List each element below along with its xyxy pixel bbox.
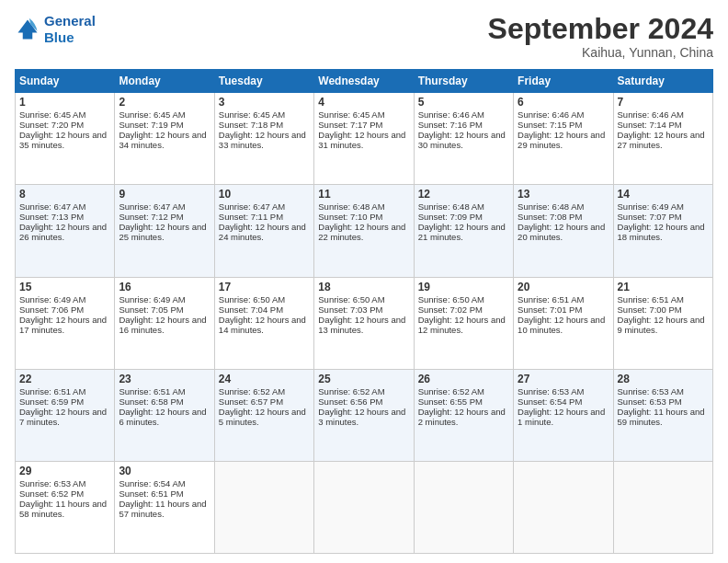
table-row: 12 Sunrise: 6:48 AM Sunset: 7:09 PM Dayl… bbox=[414, 185, 513, 277]
col-wednesday: Wednesday bbox=[314, 70, 414, 93]
sunset-label: Sunset: 7:15 PM bbox=[518, 120, 582, 130]
day-number: 9 bbox=[119, 188, 210, 201]
sunset-label: Sunset: 6:52 PM bbox=[19, 488, 84, 499]
empty-cell bbox=[414, 461, 513, 553]
sunrise-label: Sunrise: 6:51 AM bbox=[518, 294, 584, 304]
daylight-label: Daylight: 12 hours and 18 minutes. bbox=[618, 222, 705, 242]
day-number: 16 bbox=[119, 281, 210, 293]
day-number: 23 bbox=[119, 373, 210, 385]
table-row: 3 Sunrise: 6:45 AM Sunset: 7:18 PM Dayli… bbox=[214, 93, 313, 185]
col-sunday: Sunday bbox=[16, 70, 115, 93]
day-number: 26 bbox=[418, 373, 509, 385]
sunrise-label: Sunrise: 6:53 AM bbox=[19, 478, 85, 488]
calendar-week-4: 22 Sunrise: 6:51 AM Sunset: 6:59 PM Dayl… bbox=[16, 369, 713, 461]
table-row: 2 Sunrise: 6:45 AM Sunset: 7:19 PM Dayli… bbox=[115, 93, 214, 185]
sunset-label: Sunset: 6:59 PM bbox=[19, 396, 84, 407]
sunrise-label: Sunrise: 6:45 AM bbox=[19, 109, 85, 120]
table-row: 16 Sunrise: 6:49 AM Sunset: 7:05 PM Dayl… bbox=[115, 277, 214, 369]
sunrise-label: Sunrise: 6:48 AM bbox=[518, 201, 584, 212]
sunrise-label: Sunrise: 6:49 AM bbox=[19, 294, 85, 304]
sunrise-label: Sunrise: 6:47 AM bbox=[19, 201, 85, 212]
sunrise-label: Sunrise: 6:52 AM bbox=[418, 386, 484, 396]
header: General Blue September 2024 Kaihua, Yunn… bbox=[15, 13, 713, 60]
day-number: 17 bbox=[219, 281, 310, 293]
daylight-label: Daylight: 12 hours and 21 minutes. bbox=[418, 222, 506, 242]
page: General Blue September 2024 Kaihua, Yunn… bbox=[0, 0, 728, 563]
logo-general: General bbox=[44, 13, 96, 29]
sunrise-label: Sunrise: 6:47 AM bbox=[119, 201, 185, 212]
table-row: 26 Sunrise: 6:52 AM Sunset: 6:55 PM Dayl… bbox=[414, 369, 513, 461]
sunrise-label: Sunrise: 6:45 AM bbox=[318, 109, 384, 120]
sunset-label: Sunset: 7:16 PM bbox=[418, 120, 483, 130]
daylight-label: Daylight: 12 hours and 20 minutes. bbox=[518, 222, 605, 242]
sunrise-label: Sunrise: 6:52 AM bbox=[318, 386, 384, 396]
sunrise-label: Sunrise: 6:49 AM bbox=[618, 201, 684, 212]
daylight-label: Daylight: 12 hours and 31 minutes. bbox=[318, 130, 405, 150]
daylight-label: Daylight: 12 hours and 24 minutes. bbox=[219, 222, 306, 242]
sunset-label: Sunset: 7:04 PM bbox=[219, 304, 283, 315]
calendar-week-1: 1 Sunrise: 6:45 AM Sunset: 7:20 PM Dayli… bbox=[16, 93, 713, 185]
table-row: 11 Sunrise: 6:48 AM Sunset: 7:10 PM Dayl… bbox=[314, 185, 414, 277]
daylight-label: Daylight: 12 hours and 16 minutes. bbox=[119, 315, 206, 335]
sunset-label: Sunset: 7:08 PM bbox=[518, 212, 582, 222]
daylight-label: Daylight: 12 hours and 1 minute. bbox=[518, 407, 605, 427]
table-row: 10 Sunrise: 6:47 AM Sunset: 7:11 PM Dayl… bbox=[214, 185, 313, 277]
empty-cell bbox=[214, 461, 313, 553]
sunrise-label: Sunrise: 6:50 AM bbox=[219, 294, 285, 304]
day-number: 11 bbox=[318, 188, 409, 201]
table-row: 22 Sunrise: 6:51 AM Sunset: 6:59 PM Dayl… bbox=[16, 369, 115, 461]
day-number: 8 bbox=[19, 188, 110, 201]
daylight-label: Daylight: 12 hours and 26 minutes. bbox=[19, 222, 107, 242]
daylight-label: Daylight: 11 hours and 58 minutes. bbox=[19, 499, 107, 519]
header-row: Sunday Monday Tuesday Wednesday Thursday… bbox=[16, 70, 713, 93]
table-row: 9 Sunrise: 6:47 AM Sunset: 7:12 PM Dayli… bbox=[115, 185, 214, 277]
sunset-label: Sunset: 6:56 PM bbox=[318, 396, 382, 407]
month-title: September 2024 bbox=[488, 13, 713, 45]
col-monday: Monday bbox=[115, 70, 214, 93]
sunset-label: Sunset: 7:10 PM bbox=[318, 212, 382, 222]
sunset-label: Sunset: 7:19 PM bbox=[119, 120, 183, 130]
day-number: 29 bbox=[19, 465, 110, 477]
sunset-label: Sunset: 7:13 PM bbox=[19, 212, 84, 222]
day-number: 14 bbox=[618, 188, 709, 201]
logo-blue: Blue bbox=[44, 29, 96, 46]
day-number: 19 bbox=[418, 281, 509, 293]
table-row: 5 Sunrise: 6:46 AM Sunset: 7:16 PM Dayli… bbox=[414, 93, 513, 185]
day-number: 15 bbox=[19, 281, 110, 293]
logo-text: General Blue bbox=[44, 13, 96, 46]
col-saturday: Saturday bbox=[613, 70, 712, 93]
table-row: 7 Sunrise: 6:46 AM Sunset: 7:14 PM Dayli… bbox=[613, 93, 712, 185]
daylight-label: Daylight: 12 hours and 22 minutes. bbox=[318, 222, 405, 242]
sunset-label: Sunset: 6:58 PM bbox=[119, 396, 183, 407]
day-number: 4 bbox=[318, 96, 409, 109]
day-number: 3 bbox=[219, 96, 310, 109]
logo-icon bbox=[15, 17, 40, 42]
sunrise-label: Sunrise: 6:51 AM bbox=[19, 386, 85, 396]
daylight-label: Daylight: 12 hours and 33 minutes. bbox=[219, 130, 306, 150]
empty-cell bbox=[314, 461, 414, 553]
sunset-label: Sunset: 7:06 PM bbox=[19, 304, 84, 315]
sunrise-label: Sunrise: 6:49 AM bbox=[119, 294, 185, 304]
table-row: 27 Sunrise: 6:53 AM Sunset: 6:54 PM Dayl… bbox=[514, 369, 613, 461]
sunrise-label: Sunrise: 6:51 AM bbox=[119, 386, 185, 396]
table-row: 23 Sunrise: 6:51 AM Sunset: 6:58 PM Dayl… bbox=[115, 369, 214, 461]
day-number: 22 bbox=[19, 373, 110, 385]
day-number: 5 bbox=[418, 96, 509, 109]
sunset-label: Sunset: 7:18 PM bbox=[219, 120, 283, 130]
sunset-label: Sunset: 6:51 PM bbox=[119, 488, 183, 499]
day-number: 28 bbox=[618, 373, 709, 385]
sunset-label: Sunset: 6:55 PM bbox=[418, 396, 483, 407]
table-row: 19 Sunrise: 6:50 AM Sunset: 7:02 PM Dayl… bbox=[414, 277, 513, 369]
sunrise-label: Sunrise: 6:48 AM bbox=[318, 201, 384, 212]
calendar-week-2: 8 Sunrise: 6:47 AM Sunset: 7:13 PM Dayli… bbox=[16, 185, 713, 277]
sunrise-label: Sunrise: 6:48 AM bbox=[418, 201, 484, 212]
sunset-label: Sunset: 7:17 PM bbox=[318, 120, 382, 130]
daylight-label: Daylight: 12 hours and 5 minutes. bbox=[219, 407, 306, 427]
sunset-label: Sunset: 7:03 PM bbox=[318, 304, 382, 315]
day-number: 24 bbox=[219, 373, 310, 385]
day-number: 2 bbox=[119, 96, 210, 109]
table-row: 30 Sunrise: 6:54 AM Sunset: 6:51 PM Dayl… bbox=[115, 461, 214, 553]
daylight-label: Daylight: 12 hours and 34 minutes. bbox=[119, 130, 206, 150]
sunset-label: Sunset: 7:14 PM bbox=[618, 120, 682, 130]
svg-marker-0 bbox=[18, 20, 38, 40]
